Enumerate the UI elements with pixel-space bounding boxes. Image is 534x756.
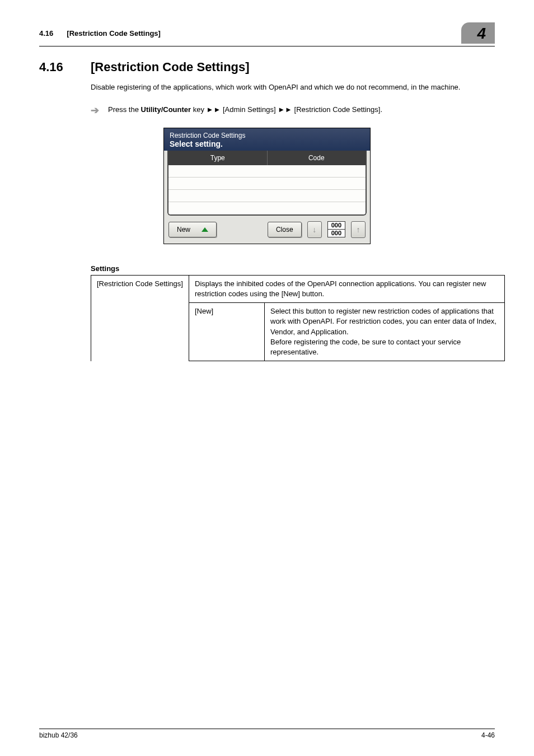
table-row	[168, 165, 366, 178]
intro-paragraph: Disable registering of the applications,…	[91, 82, 495, 93]
nav-sep-icon: ►►	[207, 105, 221, 114]
table-row: [Restriction Code Settings] Displays the…	[91, 275, 505, 302]
instr-bold: Utility/Counter	[141, 105, 191, 114]
scroll-up-button[interactable]: ↑	[351, 221, 366, 238]
section-number: 4.16	[39, 60, 73, 74]
screenshot-title-line2: Select setting.	[170, 139, 364, 148]
new-button-label: New	[177, 226, 190, 234]
new-button[interactable]: New	[168, 222, 217, 237]
scroll-down-button[interactable]: ↓	[307, 221, 322, 238]
device-screenshot: Restriction Code Settings Select setting…	[163, 128, 371, 244]
footer-product: bizhub 42/36	[39, 731, 78, 739]
screenshot-table: Type Code	[167, 151, 367, 216]
instr-path1: [Admin Settings]	[221, 105, 278, 114]
close-button-label: Close	[276, 226, 293, 234]
instr-after: key	[191, 105, 206, 114]
settings-row2-label: [New]	[189, 303, 265, 361]
page-footer: bizhub 42/36 4-46	[39, 729, 495, 739]
header-left: 4.16 [Restriction Code Settings]	[39, 29, 161, 38]
column-header-type: Type	[168, 151, 268, 165]
settings-row1-desc: Displays the inhibited codes of the Open…	[189, 275, 505, 302]
header-section-num: 4.16	[39, 29, 53, 38]
chapter-tab: 4	[461, 22, 495, 44]
column-header-code: Code	[268, 151, 366, 165]
screenshot-table-body	[168, 165, 366, 214]
arrow-up-icon: ↑	[357, 225, 360, 234]
table-row	[168, 190, 366, 202]
instr-path2: [Restriction Code Settings].	[292, 105, 382, 114]
section-title: [Restriction Code Settings]	[91, 60, 250, 74]
page-counter: 000 000	[327, 221, 345, 237]
screenshot-footer: New Close ↓ 000 000 ↑	[164, 216, 370, 244]
page-header: 4.16 [Restriction Code Settings] 4	[39, 22, 495, 46]
counter-current: 000	[328, 222, 345, 230]
settings-heading: Settings	[91, 264, 495, 275]
counter-total: 000	[328, 230, 345, 237]
nav-sep-icon: ►►	[278, 105, 292, 114]
header-section-title: [Restriction Code Settings]	[67, 29, 161, 38]
table-row	[168, 178, 366, 190]
triangle-icon	[202, 227, 208, 232]
arrow-icon: ➔	[91, 105, 99, 115]
settings-table: [Restriction Code Settings] Displays the…	[91, 275, 505, 361]
table-row	[168, 202, 366, 214]
footer-page-number: 4-46	[481, 731, 495, 739]
settings-row1-label: [Restriction Code Settings]	[91, 275, 189, 361]
instruction-text: Press the Utility/Counter key ►► [Admin …	[108, 105, 382, 114]
instr-prefix: Press the	[108, 105, 141, 114]
section-heading: 4.16 [Restriction Code Settings]	[39, 60, 495, 74]
close-button[interactable]: Close	[268, 222, 302, 237]
screenshot-titlebar: Restriction Code Settings Select setting…	[164, 128, 370, 151]
instruction-line: ➔ Press the Utility/Counter key ►► [Admi…	[91, 105, 495, 115]
screenshot-title-line1: Restriction Code Settings	[170, 132, 364, 139]
settings-row2-desc: Select this button to register new restr…	[265, 303, 505, 361]
arrow-down-icon: ↓	[312, 225, 316, 234]
